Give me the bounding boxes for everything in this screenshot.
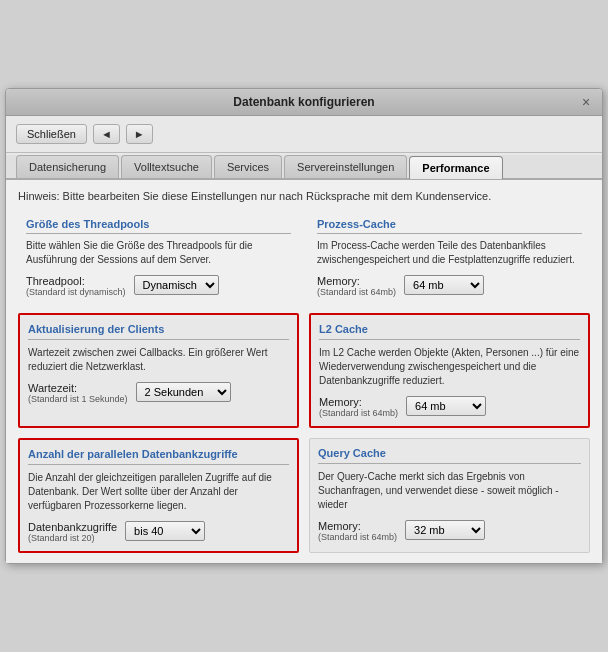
titlebar: Datenbank konfigurieren × bbox=[6, 89, 602, 116]
datenbankzugriffe-label: Datenbankzugriffe bbox=[28, 521, 117, 533]
prozess-cache-select-wrapper: 32 mb 64 mb 128 mb 256 mb bbox=[404, 275, 582, 295]
nav-back-button[interactable]: ◄ bbox=[93, 124, 120, 144]
tab-performance[interactable]: Performance bbox=[409, 156, 502, 179]
tab-volltextsuche[interactable]: Volltextsuche bbox=[121, 155, 212, 178]
threadpool-select[interactable]: Dynamisch 2 4 8 bbox=[134, 275, 219, 295]
prozess-cache-desc: Im Process-Cache werden Teile des Datenb… bbox=[317, 239, 582, 267]
l2cache-select-wrapper: 32 mb 64 mb 128 mb 256 mb bbox=[406, 396, 580, 416]
hint-text: Hinweis: Bitte bearbeiten Sie diese Eins… bbox=[18, 190, 590, 202]
l2cache-sublabel: (Standard ist 64mb) bbox=[319, 408, 398, 418]
query-cache-desc: Der Query-Cache merkt sich das Ergebnis … bbox=[318, 470, 581, 512]
threadpool-sublabel: (Standard ist dynamisch) bbox=[26, 287, 126, 297]
aktualisierung-label: Wartezeit: bbox=[28, 382, 128, 394]
prozess-cache-section: Prozess-Cache Im Process-Cache werden Te… bbox=[309, 212, 590, 303]
threadpool-title: Größe des Threadpools bbox=[26, 218, 291, 234]
aktualisierung-desc: Wartezeit zwischen zwei Callbacks. Ein g… bbox=[28, 346, 289, 374]
l2cache-title: L2 Cache bbox=[319, 323, 580, 340]
threadpool-field: Threadpool: (Standard ist dynamisch) Dyn… bbox=[26, 275, 291, 297]
query-cache-section: Query Cache Der Query-Cache merkt sich d… bbox=[309, 438, 590, 553]
aktualisierung-select[interactable]: 1 Sekunde 2 Sekunden 5 Sekunden 10 Sekun… bbox=[136, 382, 231, 402]
toolbar: Schließen ◄ ► bbox=[6, 116, 602, 153]
query-cache-select[interactable]: 32 mb 64 mb 128 mb 256 mb bbox=[405, 520, 485, 540]
l2cache-select[interactable]: 32 mb 64 mb 128 mb 256 mb bbox=[406, 396, 486, 416]
query-cache-select-wrapper: 32 mb 64 mb 128 mb 256 mb bbox=[405, 520, 581, 540]
query-cache-field: Memory: (Standard ist 64mb) 32 mb 64 mb … bbox=[318, 520, 581, 542]
datenbankzugriffe-desc: Die Anzahl der gleichzeitigen parallelen… bbox=[28, 471, 289, 513]
query-cache-title: Query Cache bbox=[318, 447, 581, 464]
aktualisierung-select-wrapper: 1 Sekunde 2 Sekunden 5 Sekunden 10 Sekun… bbox=[136, 382, 289, 402]
datenbankzugriffe-select[interactable]: bis 20 bis 40 bis 80 bis 160 bbox=[125, 521, 205, 541]
tabs-bar: Datensicherung Volltextsuche Services Se… bbox=[6, 155, 602, 180]
close-button[interactable]: Schließen bbox=[16, 124, 87, 144]
aktualisierung-sublabel: (Standard ist 1 Sekunde) bbox=[28, 394, 128, 404]
datenbankzugriffe-select-wrapper: bis 20 bis 40 bis 80 bis 160 bbox=[125, 521, 289, 541]
l2cache-label: Memory: bbox=[319, 396, 398, 408]
aktualisierung-field: Wartezeit: (Standard ist 1 Sekunde) 1 Se… bbox=[28, 382, 289, 404]
datenbankzugriffe-title: Anzahl der parallelen Datenbankzugriffe bbox=[28, 448, 289, 465]
tab-servereinstellungen[interactable]: Servereinstellungen bbox=[284, 155, 407, 178]
prozess-cache-field: Memory: (Standard ist 64mb) 32 mb 64 mb … bbox=[317, 275, 582, 297]
prozess-cache-label-block: Memory: (Standard ist 64mb) bbox=[317, 275, 396, 297]
aktualisierung-label-block: Wartezeit: (Standard ist 1 Sekunde) bbox=[28, 382, 128, 404]
datenbankzugriffe-sublabel: (Standard ist 20) bbox=[28, 533, 117, 543]
query-cache-label-block: Memory: (Standard ist 64mb) bbox=[318, 520, 397, 542]
aktualisierung-title: Aktualisierung der Clients bbox=[28, 323, 289, 340]
threadpool-section: Größe des Threadpools Bitte wählen Sie d… bbox=[18, 212, 299, 303]
l2cache-section: L2 Cache Im L2 Cache werden Objekte (Akt… bbox=[309, 313, 590, 428]
aktualisierung-section: Aktualisierung der Clients Wartezeit zwi… bbox=[18, 313, 299, 428]
l2cache-desc: Im L2 Cache werden Objekte (Akten, Perso… bbox=[319, 346, 580, 388]
tab-datensicherung[interactable]: Datensicherung bbox=[16, 155, 119, 178]
tab-content: Hinweis: Bitte bearbeiten Sie diese Eins… bbox=[6, 180, 602, 563]
bottom-sections: Anzahl der parallelen Datenbankzugriffe … bbox=[18, 438, 590, 553]
main-window: Datenbank konfigurieren × Schließen ◄ ► … bbox=[5, 88, 603, 564]
tab-services[interactable]: Services bbox=[214, 155, 282, 178]
close-window-button[interactable]: × bbox=[578, 94, 594, 110]
prozess-cache-label: Memory: bbox=[317, 275, 396, 287]
l2cache-label-block: Memory: (Standard ist 64mb) bbox=[319, 396, 398, 418]
middle-sections: Aktualisierung der Clients Wartezeit zwi… bbox=[18, 313, 590, 428]
query-cache-sublabel: (Standard ist 64mb) bbox=[318, 532, 397, 542]
datenbankzugriffe-section: Anzahl der parallelen Datenbankzugriffe … bbox=[18, 438, 299, 553]
window-title: Datenbank konfigurieren bbox=[233, 95, 374, 109]
datenbankzugriffe-field: Datenbankzugriffe (Standard ist 20) bis … bbox=[28, 521, 289, 543]
datenbankzugriffe-label-block: Datenbankzugriffe (Standard ist 20) bbox=[28, 521, 117, 543]
prozess-cache-title: Prozess-Cache bbox=[317, 218, 582, 234]
threadpool-label-block: Threadpool: (Standard ist dynamisch) bbox=[26, 275, 126, 297]
prozess-cache-sublabel: (Standard ist 64mb) bbox=[317, 287, 396, 297]
prozess-cache-select[interactable]: 32 mb 64 mb 128 mb 256 mb bbox=[404, 275, 484, 295]
top-sections: Größe des Threadpools Bitte wählen Sie d… bbox=[18, 212, 590, 303]
nav-forward-button[interactable]: ► bbox=[126, 124, 153, 144]
query-cache-label: Memory: bbox=[318, 520, 397, 532]
threadpool-desc: Bitte wählen Sie die Größe des Threadpoo… bbox=[26, 239, 291, 267]
threadpool-select-wrapper: Dynamisch 2 4 8 bbox=[134, 275, 291, 295]
threadpool-label: Threadpool: bbox=[26, 275, 126, 287]
l2cache-field: Memory: (Standard ist 64mb) 32 mb 64 mb … bbox=[319, 396, 580, 418]
